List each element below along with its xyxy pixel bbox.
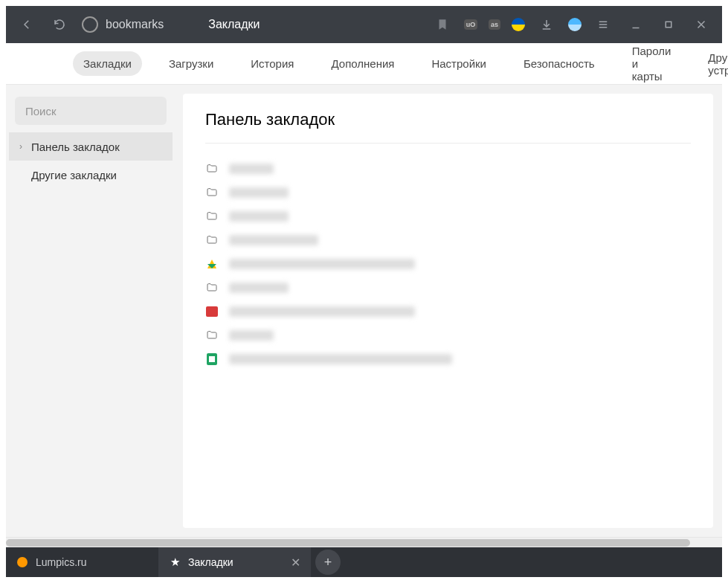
sidebar-item-0[interactable]: ›Панель закладок [9, 132, 173, 161]
back-button[interactable] [13, 11, 40, 38]
minimize-button[interactable] [622, 11, 649, 38]
bookmark-label-blurred [229, 211, 289, 222]
weather-icon[interactable] [566, 16, 584, 33]
browser-tabbar: Lumpics.ru★Закладки✕+ [6, 547, 722, 577]
nav-tab-5[interactable]: Безопасность [513, 51, 605, 76]
new-tab-button[interactable]: + [315, 550, 341, 575]
lastfm-extension-icon[interactable]: as [486, 16, 503, 33]
lumpics-favicon [16, 556, 28, 568]
nav-tab-3[interactable]: Дополнения [320, 51, 405, 76]
nav-tab-2[interactable]: История [240, 51, 304, 76]
divider [205, 143, 691, 144]
bookmark-label-blurred [229, 187, 289, 198]
folder-icon [205, 186, 219, 199]
sidebar: Поиск ›Панель закладокДругие закладки [6, 85, 175, 537]
ukraine-flag-icon[interactable] [509, 16, 527, 33]
search-input[interactable]: Поиск [15, 97, 167, 125]
folder-icon [205, 329, 219, 342]
horizontal-scrollbar[interactable] [6, 537, 722, 547]
nav-tab-6[interactable]: Пароли и карты [622, 39, 682, 88]
bookmark-label-blurred [229, 283, 289, 293]
sidebar-item-label: Другие закладки [31, 169, 117, 181]
bookmark-item[interactable] [205, 181, 691, 204]
bookmark-item[interactable] [205, 300, 691, 323]
browser-tab-1[interactable]: ★Закладки✕ [158, 547, 311, 577]
google-drive-icon [205, 257, 219, 271]
bookmark-label-blurred [229, 164, 274, 174]
panel-title: Панель закладок [205, 110, 691, 129]
site-icon [205, 305, 219, 318]
tab-label: Закладки [188, 556, 233, 568]
folder-icon [205, 281, 219, 294]
bookmark-label-blurred [229, 330, 274, 341]
content-area: Поиск ›Панель закладокДругие закладки Па… [6, 85, 722, 537]
bookmark-item[interactable] [205, 157, 691, 181]
tab-label: Lumpics.ru [36, 556, 86, 568]
bookmark-item[interactable] [205, 228, 691, 252]
nav-tab-7[interactable]: Другие устройства [698, 45, 728, 83]
close-button[interactable] [688, 11, 715, 38]
google-sheets-icon [205, 352, 219, 366]
nav-tab-4[interactable]: Настройки [421, 51, 497, 76]
address-bar[interactable]: bookmarks [79, 12, 173, 37]
bookmark-label-blurred [229, 235, 318, 245]
bookmark-label-blurred [229, 306, 415, 317]
scrollbar-thumb[interactable] [6, 539, 690, 547]
nav-tab-0[interactable]: Закладки [73, 51, 142, 76]
bookmark-label-blurred [229, 259, 415, 269]
star-icon: ★ [169, 556, 181, 568]
settings-nav-tabs: ЗакладкиЗагрузкиИсторияДополненияНастрой… [6, 43, 722, 85]
bookmark-item[interactable] [205, 252, 691, 276]
yandex-icon [82, 16, 98, 33]
chevron-right-icon: › [19, 141, 27, 152]
folder-icon [205, 210, 219, 223]
browser-tab-0[interactable]: Lumpics.ru [6, 547, 158, 577]
bookmark-label-blurred [229, 354, 452, 364]
maximize-button[interactable] [655, 11, 682, 38]
downloads-button[interactable] [533, 11, 560, 38]
ublock-extension-icon[interactable]: uO [462, 16, 480, 33]
nav-tab-1[interactable]: Загрузки [158, 51, 224, 76]
url-text: bookmarks [106, 18, 164, 31]
sidebar-item-label: Панель закладок [31, 141, 120, 153]
sidebar-item-1[interactable]: Другие закладки [9, 161, 173, 189]
bookmark-item[interactable] [205, 276, 691, 300]
browser-window: bookmarks Закладки uO as ЗакладкиЗагрузк… [0, 0, 728, 583]
tab-close-icon[interactable]: ✕ [291, 555, 300, 570]
folder-icon [205, 233, 219, 247]
search-placeholder: Поиск [25, 105, 57, 117]
page-title: Закладки [208, 18, 260, 31]
bookmark-item[interactable] [205, 347, 691, 371]
titlebar: bookmarks Закладки uO as [6, 6, 722, 43]
bookmark-item[interactable] [205, 323, 691, 347]
bookmark-item[interactable] [205, 204, 691, 228]
folder-icon [205, 162, 219, 175]
reload-button[interactable] [46, 11, 73, 38]
main-panel: Панель закладок [183, 94, 713, 528]
bookmark-flag-icon[interactable] [429, 11, 456, 38]
svg-rect-0 [666, 22, 671, 28]
menu-button[interactable] [590, 11, 616, 38]
